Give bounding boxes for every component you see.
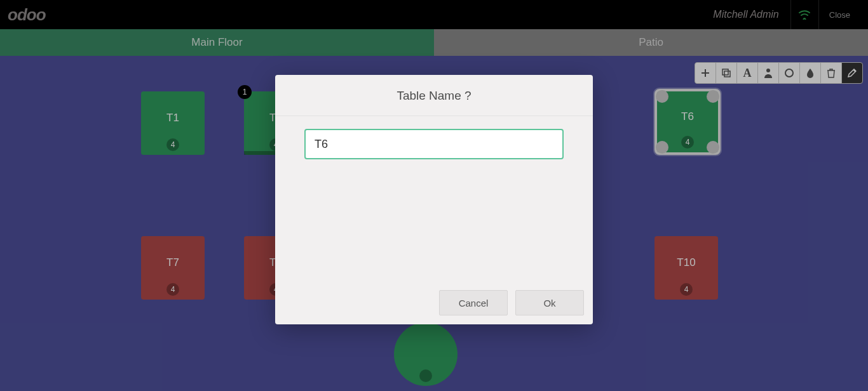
table-name-modal: Table Name ? Cancel Ok [275, 75, 593, 324]
ok-button[interactable]: Ok [515, 290, 584, 315]
modal-title: Table Name ? [275, 75, 593, 116]
modal-footer: Cancel Ok [275, 282, 593, 324]
table-name-input[interactable] [304, 129, 564, 159]
cancel-button[interactable]: Cancel [439, 290, 508, 315]
modal-body [275, 116, 593, 175]
